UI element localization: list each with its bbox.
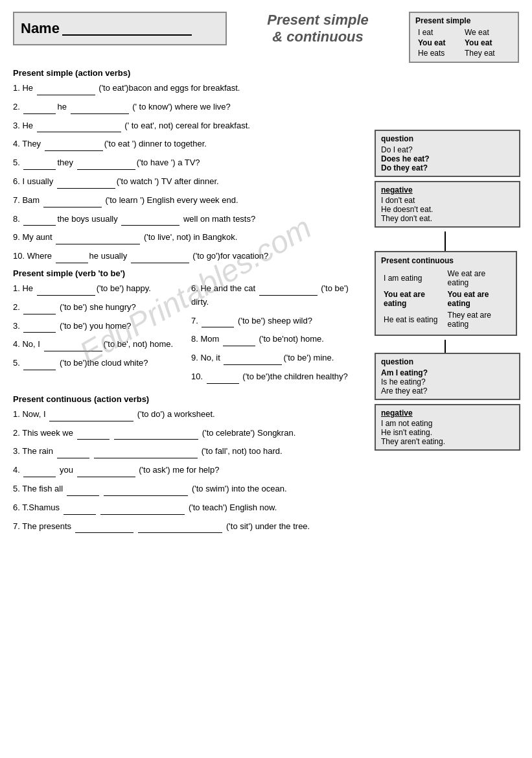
exercise-item: 10. ('to be')the children healthy? xyxy=(191,370,363,384)
section2-exercises: 1. He ('to be') happy. 2. ('to be') she … xyxy=(13,282,363,389)
conjugation-row: He eat is eating They eat are eating xyxy=(382,310,509,329)
name-underline xyxy=(62,21,192,36)
negative-box-2-title: negative xyxy=(381,409,514,418)
exercise-item: 9. No, it ('to be') mine. xyxy=(191,351,363,365)
blank xyxy=(23,324,56,333)
blank xyxy=(37,287,95,296)
blank xyxy=(207,375,239,384)
blank xyxy=(57,449,89,458)
exercise-item: 1. Now, I ('to do') a worksheet. xyxy=(13,408,363,421)
blank xyxy=(75,524,133,533)
question-line: Am I eating? xyxy=(381,368,514,377)
section3-header: Present continuous (action verbs) xyxy=(13,394,363,404)
exercise-item: 6. He and the cat ('to be') dirty. xyxy=(191,282,363,309)
question-line: Do I eat? xyxy=(381,145,514,154)
question-box-1-title: question xyxy=(381,134,514,143)
blank xyxy=(121,217,179,226)
blank xyxy=(114,431,198,440)
blank xyxy=(77,431,110,440)
present-continuous-title: Present continuous xyxy=(381,256,511,265)
blank xyxy=(56,235,140,244)
blank xyxy=(100,506,185,515)
exercise-item: 6. I usually ('to watch ') TV after dinn… xyxy=(13,175,363,189)
section2-header: Present simple (verb 'to be') xyxy=(13,268,363,278)
exercise-item: 3. The rain ('to fall', not) too hard. xyxy=(13,445,363,458)
blank xyxy=(23,468,56,477)
blank xyxy=(202,318,234,327)
negative-line: He isn't eating. xyxy=(381,428,514,437)
blank xyxy=(23,105,56,114)
exercise-item: 6. T.Shamus ('to teach') English now. xyxy=(13,501,363,515)
blank xyxy=(131,254,189,263)
name-label: Name xyxy=(21,20,60,37)
exercise-item: 9. My aunt ('to live', not) in Bangkok. xyxy=(13,231,363,244)
negative-box-1: negative I don't eat He doesn't eat. The… xyxy=(375,181,520,228)
exercise-item: 10. Where he usually ('to go')for vacati… xyxy=(13,250,363,263)
present-simple-box-title: Present simple xyxy=(415,16,513,25)
blank xyxy=(23,305,56,314)
blank xyxy=(94,449,198,458)
exercise-item: 2. he (' to know') where we live? xyxy=(13,101,363,114)
negative-line: They aren't eating. xyxy=(381,437,514,446)
blank xyxy=(56,254,88,263)
blank xyxy=(57,180,115,189)
exercise-item: 3. He (' to eat', not) cereal for breakf… xyxy=(13,119,363,133)
blank xyxy=(77,161,135,170)
negative-box-1-title: negative xyxy=(381,185,514,195)
blank xyxy=(259,287,318,296)
exercise-item: 7. The presents ('to sit') under the tre… xyxy=(13,520,363,534)
exercise-item: 4. you ('to ask') me for help? xyxy=(13,464,363,477)
section2-left-col: 1. He ('to be') happy. 2. ('to be') she … xyxy=(13,282,185,389)
negative-line: They don't eat. xyxy=(381,214,514,223)
blank xyxy=(224,356,282,365)
exercise-item: 7. Bam ('to learn ') English every week … xyxy=(13,194,363,207)
exercise-item: 1. He ('to eat')bacon and eggs for break… xyxy=(13,82,363,95)
name-box: Name xyxy=(13,12,227,45)
exercise-item: 7. ('to be') sheep wild? xyxy=(191,314,363,328)
blank xyxy=(23,361,56,370)
exercise-item: 2. ('to be') she hungry? xyxy=(13,301,185,314)
blank xyxy=(64,506,96,515)
blank xyxy=(44,342,102,351)
question-line: Does he eat? xyxy=(381,154,514,163)
connector-line xyxy=(445,231,520,251)
blank xyxy=(49,412,133,421)
blank xyxy=(67,487,99,496)
section1-header: Present simple (action verbs) xyxy=(13,68,363,78)
conjugation-row: You eat are eating You eat are eating xyxy=(382,289,509,309)
exercise-item: 4. They ('to eat ') dinner to together. xyxy=(13,137,363,151)
exercise-item: 4. No, I ('to be', not) home. xyxy=(13,338,185,351)
present-continuous-conjugation-box: Present continuous I am eating We eat ar… xyxy=(375,251,517,336)
exercise-item: 1. He ('to be') happy. xyxy=(13,282,185,296)
question-box-2: question Am I eating? Is he eating? Are … xyxy=(375,353,520,400)
negative-line: He doesn't eat. xyxy=(381,205,514,214)
blank xyxy=(71,105,129,114)
exercise-item: 2. This week we ('to celebrate') Songkra… xyxy=(13,427,363,440)
exercise-item: 3. ('to be') you home? xyxy=(13,320,185,333)
conjugation-row: I eat We eat xyxy=(415,27,513,38)
blank xyxy=(37,123,121,132)
blank xyxy=(223,337,255,346)
exercise-item: 5. The fish all ('to swim') into the oce… xyxy=(13,482,363,496)
negative-box-2: negative I am not eating He isn't eating… xyxy=(375,404,520,451)
blank xyxy=(77,468,135,477)
blank xyxy=(104,487,188,496)
blank xyxy=(43,198,102,207)
section2-right-col: 6. He and the cat ('to be') dirty. 7. ('… xyxy=(191,282,363,389)
blank xyxy=(138,524,222,533)
exercise-item: 8. the boys usually well on math tests? xyxy=(13,213,363,226)
blank xyxy=(45,142,103,151)
blank xyxy=(23,161,56,170)
conjugation-row: I am eating We eat are eating xyxy=(382,268,509,288)
question-line: Do they eat? xyxy=(381,163,514,172)
blank xyxy=(23,217,56,226)
exercise-item: 5. they ('to have ') a TV? xyxy=(13,156,363,170)
connector-line-2 xyxy=(445,340,520,353)
negative-line: I don't eat xyxy=(381,196,514,205)
blank xyxy=(37,86,95,95)
question-box-2-title: question xyxy=(381,357,514,366)
page-title: Present simple & continuous xyxy=(267,12,369,46)
exercise-item: 8. Mom ('to be'not) home. xyxy=(191,333,363,346)
question-line: Are they eat? xyxy=(381,386,514,396)
negative-line: I am not eating xyxy=(381,419,514,428)
